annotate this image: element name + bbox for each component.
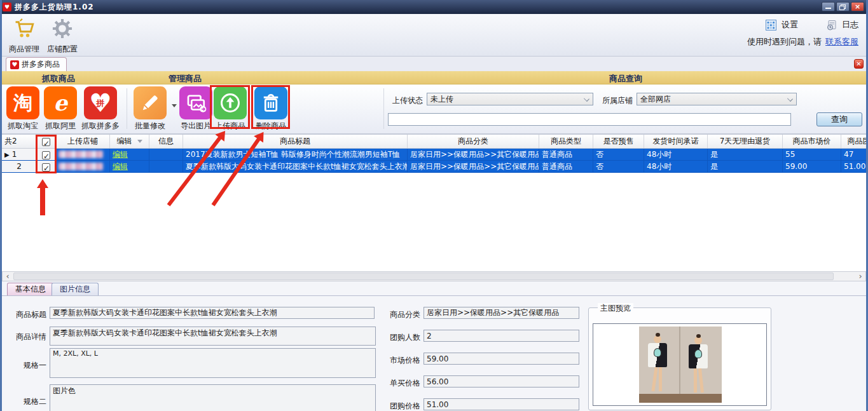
chevron-down-icon	[787, 96, 793, 102]
close-button[interactable]: ×	[851, 2, 864, 11]
current-row-marker-icon: ▶	[4, 151, 10, 158]
col-group-price[interactable]: 商品团购价	[841, 135, 866, 148]
spec2-field-label: 规格二	[3, 396, 46, 407]
edit-link[interactable]: 编辑	[113, 150, 128, 159]
edit-link[interactable]: 编辑	[113, 162, 128, 171]
col-category[interactable]: 商品分类	[408, 135, 539, 148]
title-cell: 夏季新款韩版大码女装卡通印花图案中长款t恤裙女宽松套头上衣潮	[183, 161, 408, 173]
col-edit[interactable]: 编辑	[110, 135, 149, 148]
app-logo-icon: ♥	[3, 3, 11, 11]
category-cell: 居家日用>>保暖用品>>其它保暖用品	[408, 161, 539, 173]
settings-button[interactable]: 设置	[782, 19, 798, 30]
batch-edit-dropdown-icon[interactable]	[172, 104, 177, 107]
group-count-label: 团购人数	[377, 332, 420, 343]
scrollbar-thumb[interactable]	[13, 273, 834, 280]
restore-button[interactable]	[836, 2, 850, 11]
category-field[interactable]	[424, 307, 579, 319]
search-button[interactable]: 查询	[816, 112, 862, 126]
taobao-icon: 淘	[6, 86, 39, 119]
preview-image-frame	[593, 323, 767, 406]
single-price-field[interactable]	[424, 375, 579, 387]
title-field-label: 商品标题	[3, 309, 46, 320]
annotation-arrow-checkboxes	[40, 187, 45, 215]
market-price-field[interactable]	[424, 353, 579, 365]
category-field-label: 商品分类	[377, 309, 420, 320]
presale-cell: 否	[593, 149, 644, 161]
shop-select[interactable]: 全部网店	[637, 93, 797, 105]
tab-label: 拼多多商品	[22, 59, 60, 70]
table-row[interactable]: 2 编辑 夏季新款韩版大码女装卡通印花图案中长款t恤裙女宽松套头上衣潮 居家日用…	[2, 161, 866, 173]
export-images-button[interactable]: 导出图片	[178, 86, 214, 131]
group-price-cell: 47	[841, 149, 866, 161]
seven-day-cell: 是	[708, 149, 783, 161]
shop-config-button[interactable]: 店铺配置	[44, 17, 81, 55]
log-button[interactable]: 日志	[842, 19, 858, 30]
detail-field-label: 商品详情	[3, 332, 46, 342]
pinduoduo-icon: ♥拼	[84, 86, 117, 119]
spec2-field[interactable]: 图片色	[50, 384, 376, 411]
group-price-label: 团购价格	[377, 401, 420, 411]
upload-status-select[interactable]: 未上传	[427, 93, 593, 105]
settings-grid-icon	[766, 20, 776, 30]
cart-icon	[12, 31, 36, 43]
batch-edit-button[interactable]: 批量修改	[132, 86, 168, 131]
col-market-price[interactable]: 商品市场价	[783, 135, 841, 148]
presale-cell: 否	[593, 161, 644, 173]
title-cell: 2017夏装新款男士短袖T恤 韩版修身时尚个性潮流潮男短袖T恤	[183, 149, 408, 161]
spec1-field[interactable]: M, 2XL, XL, L	[50, 348, 376, 378]
sort-icon	[137, 140, 142, 143]
detail-field[interactable]: 夏季新款韩版大码女装卡通印花图案中长款t恤裙女宽松套头上衣潮	[50, 327, 376, 346]
col-ship-time[interactable]: 发货时间承诺	[644, 135, 708, 148]
type-cell: 普通商品	[539, 161, 593, 173]
tab-basic-info[interactable]: 基本信息	[7, 283, 54, 295]
group-count-field[interactable]	[424, 330, 579, 342]
col-info[interactable]: 信息	[149, 135, 183, 148]
app-window: ♥ 拼多多上货助理1.02 × 商品管理 店铺配置 设置	[0, 0, 868, 411]
tab-image-info[interactable]: 图片信息	[52, 283, 99, 295]
export-images-icon	[179, 86, 212, 119]
horizontal-scrollbar[interactable]: ‹ ›	[2, 271, 866, 281]
col-presale[interactable]: 是否预售	[593, 135, 644, 148]
type-cell: 普通商品	[539, 149, 593, 161]
contact-support-link[interactable]: 联系客服	[825, 37, 858, 46]
category-cell: 居家日用>>保暖用品>>其它保暖用品	[408, 149, 539, 161]
product-manage-button[interactable]: 商品管理	[6, 17, 43, 55]
help-text: 使用时遇到问题，请	[747, 37, 822, 46]
pencil-icon	[134, 86, 167, 119]
upload-status-label: 上传状态	[392, 95, 423, 106]
section-query: 商品查询	[609, 73, 642, 84]
group-price-cell: 51.00	[841, 161, 866, 173]
title-field[interactable]	[50, 307, 375, 319]
scroll-right-icon[interactable]: ›	[855, 272, 865, 281]
grab-alibaba-button[interactable]: e 抓取阿里	[43, 86, 78, 131]
keyword-input[interactable]	[388, 113, 791, 126]
annotation-box-delete-button	[251, 85, 290, 129]
group-price-cell: 59.00	[783, 161, 841, 173]
toolbtn-label: 商品管理	[6, 44, 43, 55]
table-row[interactable]: ▶1 编辑 2017夏装新款男士短袖T恤 韩版修身时尚个性潮流潮男短袖T恤 居家…	[2, 149, 866, 161]
tab-close-icon[interactable]: ✕	[854, 59, 864, 69]
product-photo	[639, 327, 722, 403]
annotation-box-checkbox-column	[36, 135, 57, 173]
col-seven-day[interactable]: 7天无理由退货	[708, 135, 783, 148]
col-store[interactable]: 上传店铺	[56, 135, 110, 148]
title-bar: ♥ 拼多多上货助理1.02 ×	[0, 0, 868, 14]
product-grid: 共2 上传店铺 编辑 信息 商品标题 商品分类 商品类型 是否预售 发货时间承诺…	[2, 134, 866, 271]
preview-label: 主图预览	[598, 303, 633, 314]
group-price-field[interactable]	[424, 398, 579, 410]
main-toolbar: 商品管理 店铺配置 设置 日志 使用时遇到问题，请联系客服	[2, 14, 866, 57]
scroll-left-icon[interactable]: ‹	[3, 272, 13, 281]
grab-pinduoduo-button[interactable]: ♥拼 抓取拼多多	[81, 86, 120, 131]
pinduoduo-tab-icon: ♥	[10, 60, 19, 69]
document-tabstrip: ♥ 拼多多商品 ✕	[2, 57, 866, 71]
single-price-label: 单买价格	[377, 378, 420, 389]
spec1-field-label: 规格一	[3, 360, 46, 371]
ship-time-cell: 48小时	[644, 161, 708, 173]
grab-taobao-button[interactable]: 淘 抓取淘宝	[5, 86, 41, 131]
grid-header-row: 共2 上传店铺 编辑 信息 商品标题 商品分类 商品类型 是否预售 发货时间承诺…	[2, 135, 866, 149]
minimize-button[interactable]	[822, 2, 835, 11]
annotation-box-upload-button	[210, 85, 250, 129]
tab-pdd-products[interactable]: ♥ 拼多多商品	[6, 57, 67, 71]
toolbtn-label: 店铺配置	[44, 44, 81, 55]
col-type[interactable]: 商品类型	[539, 135, 593, 148]
